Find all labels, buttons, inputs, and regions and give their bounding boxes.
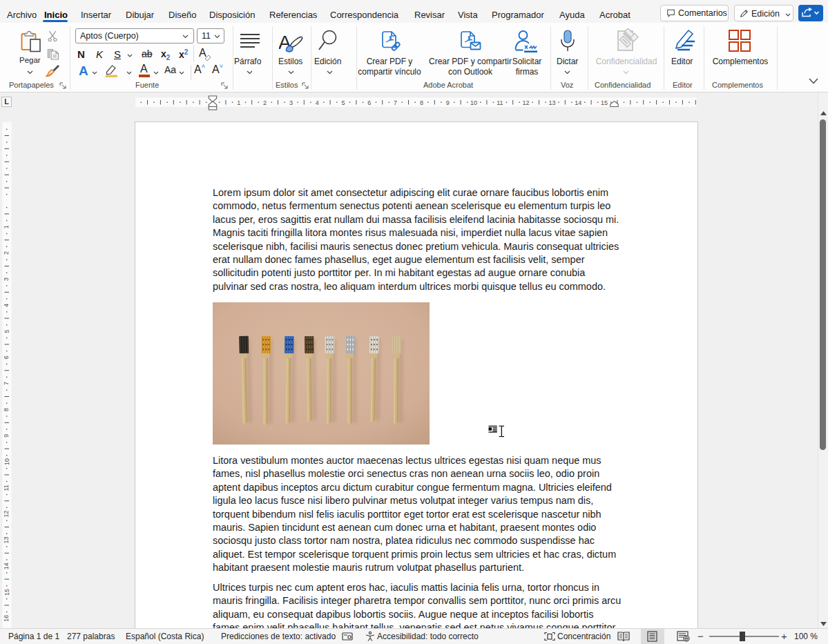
svg-text:2: 2: [3, 251, 10, 255]
svg-text:12: 12: [523, 99, 530, 106]
svg-text:14: 14: [3, 563, 10, 569]
svg-text:12: 12: [3, 511, 10, 518]
svg-text:2: 2: [263, 99, 267, 106]
svg-text:8: 8: [420, 99, 423, 106]
svg-text:6: 6: [3, 355, 10, 359]
svg-text:4: 4: [3, 304, 10, 307]
svg-text:1: 1: [3, 225, 10, 228]
svg-text:9: 9: [446, 99, 450, 106]
svg-text:15: 15: [3, 589, 10, 596]
svg-text:10: 10: [470, 99, 477, 106]
svg-text:7: 7: [3, 382, 10, 385]
svg-text:13: 13: [548, 99, 555, 106]
svg-text:8: 8: [3, 408, 10, 411]
svg-text:13: 13: [3, 536, 10, 543]
svg-text:11: 11: [3, 485, 10, 491]
svg-text:4: 4: [316, 99, 319, 106]
svg-text:9: 9: [3, 434, 10, 438]
svg-text:3: 3: [289, 99, 293, 106]
svg-text:1: 1: [237, 99, 240, 106]
svg-text:5: 5: [341, 99, 345, 106]
svg-text:15: 15: [601, 99, 608, 106]
svg-text:7: 7: [394, 99, 397, 106]
svg-text:5: 5: [3, 329, 10, 333]
svg-text:11: 11: [497, 99, 503, 106]
svg-text:3: 3: [3, 277, 10, 281]
svg-text:10: 10: [3, 458, 10, 465]
svg-text:6: 6: [367, 99, 371, 106]
svg-text:16: 16: [3, 615, 10, 622]
svg-text:14: 14: [575, 99, 581, 106]
